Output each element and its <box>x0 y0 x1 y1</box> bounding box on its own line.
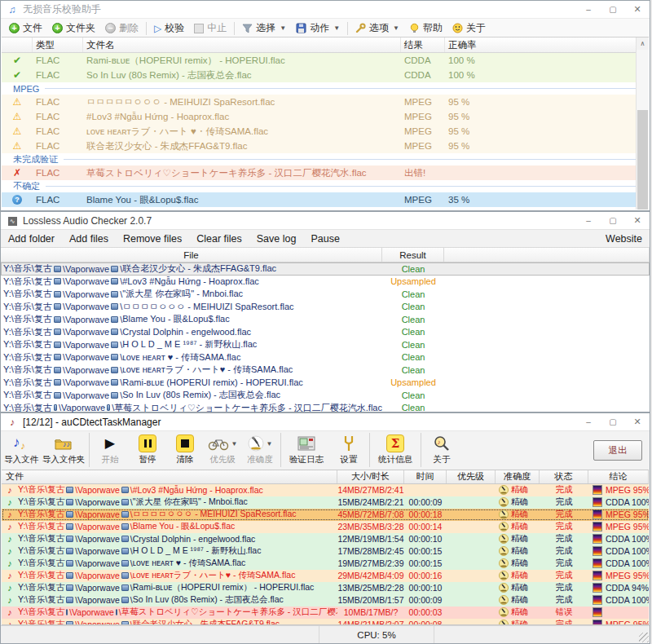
table-row[interactable]: ♪Y:\音乐\复古\Vaporwave\#Lov3 #Ngẫu Hứng - H… <box>2 484 649 496</box>
win3-titlebar[interactable]: ♪ [12/12] - auCDtectTaskManager –▢✕ <box>1 413 650 430</box>
help-button[interactable]: 帮助 <box>404 20 447 37</box>
start-button[interactable]: ▶开始 <box>91 433 129 465</box>
col-header[interactable]: 状态 <box>540 470 588 483</box>
table-row[interactable]: Y:\音乐\复古\Vaporwave\Crystal Dolphin - eng… <box>1 326 650 339</box>
table-row[interactable]: ✗FLAC草莓ストロベリィ♡ショートケーキ养乐多 - 汉口二厂樱花汽水.flac… <box>2 165 649 180</box>
table-row[interactable]: ♪Y:\音乐\复古\Vaporwave\草莓ストロベリィ♡ショートケーキ养乐多 … <box>2 607 649 619</box>
col-header[interactable]: 大小/时长 <box>337 470 404 483</box>
table-row[interactable]: ♪Y:\音乐\复古\Vaporwave\"派大星 你在家吗" - Mnboi.f… <box>2 496 649 509</box>
table-row[interactable]: ♪Y:\音乐\复古\Vaporwave\联合老汉少女心 - 朱成杰FFAG&T9… <box>2 619 649 625</box>
settings-button[interactable]: 设置 <box>330 433 368 465</box>
about-button[interactable]: ♪关于 <box>423 433 460 465</box>
col-header[interactable]: 优先级 <box>447 470 496 483</box>
statistics-button[interactable]: Σ统计信息 <box>372 433 419 465</box>
table-row[interactable]: ⚠FLAC#Lov3 #Ngẫu Hứng - Hoaprox.flacMPEG… <box>2 109 649 124</box>
menu-add-folder[interactable]: Add folder <box>1 230 62 247</box>
minimize-button[interactable]: – <box>576 212 601 229</box>
scroll-up-arrow-icon[interactable]: ∧ <box>637 37 649 50</box>
col-header[interactable]: 文件 <box>2 470 337 483</box>
scrollbar-thumb[interactable] <box>637 110 648 210</box>
maximize-button[interactable]: ▢ <box>601 413 625 430</box>
table-row[interactable]: ⚠FLACㅁㅁㅁㅁㅁㅇㅇㅇ - MEIHUIZI SpaResort.flacM… <box>2 95 649 109</box>
import-folder-button[interactable]: ♪♪导入文件夹 <box>40 433 87 465</box>
table-row[interactable]: Y:\音乐\复古\Vaporwave\Rami-ʙʟᴜᴇ (HOPERUI re… <box>1 377 650 390</box>
menu-clear-files[interactable]: Clear files <box>189 230 249 247</box>
col-header[interactable]: 类型 <box>33 37 83 52</box>
table-row[interactable]: Y:\音乐\复古\Vaporwave\ʟᴏᴠᴇ ʜᴇᴀʀᴛラブ・ハート♥ - 传… <box>1 364 650 377</box>
table-row[interactable]: ♪Y:\音乐\复古\Vaporwave\So In Luv (80s Remix… <box>2 594 649 607</box>
chevron-down-icon[interactable]: ▼ <box>231 440 238 448</box>
menu-website[interactable]: Website <box>598 230 650 247</box>
table-row[interactable]: Y:\音乐\复古\Vaporwave\"派大星 你在家吗" - Mnboi.fl… <box>1 288 650 301</box>
close-button[interactable]: ✕ <box>625 413 650 430</box>
select-button[interactable]: 选择▼ <box>237 20 291 37</box>
about-button[interactable]: 关于 <box>447 20 491 37</box>
col-header[interactable]: 文件名 <box>83 37 401 52</box>
col-header[interactable]: 结果 <box>401 37 445 52</box>
close-button[interactable]: ✕ <box>625 1 650 18</box>
abort-button[interactable]: 中止 <box>189 20 231 37</box>
table-row[interactable]: ♪Y:\音乐\复古\Vaporwave\ㅁㅁㅁㅁㅇㅇㅇ - MEIHUIZI S… <box>2 509 649 521</box>
delete-button[interactable]: –删除 <box>100 20 143 37</box>
win1-vertical-scrollbar[interactable]: ∧ <box>636 37 649 210</box>
clear-button[interactable]: 清除 <box>166 433 204 465</box>
menu-save-log[interactable]: Save log <box>249 230 304 247</box>
table-row[interactable]: ♪Y:\音乐\复古\Vaporwave\ʟᴏᴠᴇ ʜᴇᴀʀᴛラブ・ハート♥ - … <box>2 570 649 582</box>
import-files-button[interactable]: ♪♪导入文件 <box>2 433 40 465</box>
cell-conclusion: MPEG 95% <box>588 620 649 625</box>
add-folder-button[interactable]: +文件夹 <box>47 20 100 37</box>
maximize-button[interactable]: ▢ <box>601 212 625 229</box>
chevron-down-icon[interactable]: ▼ <box>267 440 273 448</box>
table-row[interactable]: ♪Y:\音乐\复古\Vaporwave\H O L D _ M E ¹⁹⁸⁷ -… <box>2 545 649 558</box>
verify-log-button[interactable]: 验证日志 <box>283 433 330 465</box>
folder-notes-icon: ♪♪ <box>54 435 73 452</box>
table-row[interactable]: Y:\音乐\复古\Vaporwave\联合老汉少女心 - 朱成杰FFAG&T9.… <box>1 262 650 276</box>
col-header-result[interactable]: Result <box>382 248 444 262</box>
table-row[interactable]: Y:\音乐\复古\Vaporwave\ʟᴏᴠᴇ ʜᴇᴀʀᴛ ♥ - 传琦SAMA… <box>1 351 650 364</box>
pause-button[interactable]: 暂停 <box>129 433 166 465</box>
col-header[interactable]: 时间 <box>404 470 447 483</box>
resize-grip[interactable] <box>639 633 649 642</box>
table-row[interactable]: ✔FLACRami-ʙʟᴜᴇ（HOPERUI remix） - HOPERUI.… <box>2 53 649 68</box>
add-file-button[interactable]: +文件 <box>4 20 47 37</box>
table-row[interactable]: Y:\音乐\复古\Vaporwave\#Lov3 #Ngẫu Hứng - Ho… <box>1 276 650 289</box>
cell-type: FLAC <box>33 195 83 205</box>
path-prefix: Y:\音乐\复古 <box>3 288 52 300</box>
close-button[interactable]: ✕ <box>625 212 650 229</box>
cell-conclusion: MPEG 95% <box>588 485 649 495</box>
table-row[interactable]: ⚠FLAC联合老汉少女心 - 朱成杰FFAG&T9.flacMPEG95 % <box>2 139 649 153</box>
table-row[interactable]: ♪Y:\音乐\复古\Vaporwave\Blame You - 眼&Lopu$.… <box>2 521 649 533</box>
win1-titlebar[interactable]: ♫ 无损音乐校验助手 –▢✕ <box>1 1 650 18</box>
toolbar-label: 清除 <box>177 454 194 465</box>
table-row[interactable]: ?FLACBlame You - 眼&Lopu$.flacMPEG35 % <box>2 192 649 207</box>
minimize-button[interactable]: – <box>576 413 601 430</box>
action-button[interactable]: 动作▼ <box>291 20 345 37</box>
verify-button[interactable]: ▷校验 <box>149 20 189 37</box>
menu-pause[interactable]: Pause <box>303 230 346 247</box>
accuracy-button[interactable]: ▼准确度 <box>241 433 279 465</box>
maximize-button[interactable]: ▢ <box>601 1 625 18</box>
table-row[interactable]: Y:\音乐\复古\Vaporwave\So In Luv (80s Remix)… <box>1 389 650 402</box>
table-row[interactable]: Y:\音乐\复古\Vaporwave\ㅁㅁㅁㅁㅇㅇㅇ - MEIHUIZI Sp… <box>1 301 650 314</box>
drive-icon <box>111 278 118 285</box>
table-row[interactable]: Y:\音乐\复古\Vaporwave\Blame You - 眼&Lopu$.f… <box>1 313 650 326</box>
table-row[interactable]: ♪Y:\音乐\复古\Vaporwave\Rami-ʙʟᴜᴇ（HOPERUI re… <box>2 582 649 594</box>
menu-add-files[interactable]: Add files <box>62 230 116 247</box>
accuracy-label: 精确 <box>511 545 528 557</box>
priority-button[interactable]: ▼优先级 <box>204 433 241 465</box>
table-row[interactable]: ⚠FLACʟᴏᴠᴇ ʜᴇᴀʀᴛラブ・ハート ♥・传琦SAMA.flacMPEG9… <box>2 124 649 139</box>
options-button[interactable]: 选项▼ <box>350 20 404 37</box>
col-header[interactable]: 正确率 <box>445 37 649 52</box>
table-row[interactable]: Y:\音乐\复古\Vaporwave\H O L D _ M E ¹⁹⁸⁷ - … <box>1 338 650 351</box>
path-prefix: \Vaporwave <box>63 315 109 324</box>
win2-titlebar[interactable]: ∿ Lossless Audio Checker 2.0.7 –▢✕ <box>1 212 650 229</box>
table-row[interactable]: ♪Y:\音乐\复古\Vaporwave\ʟᴏᴠᴇ ʜᴇᴀʀᴛ ♥ - 传琦SAM… <box>2 558 649 570</box>
col-header-file[interactable]: File <box>1 248 382 262</box>
menu-remove-files[interactable]: Remove files <box>116 230 189 247</box>
table-row[interactable]: ♪Y:\音乐\复古\Vaporwave\Crystal Dolphin - en… <box>2 533 649 545</box>
table-row[interactable]: ✔FLACSo In Luv (80s Remix) - 志国夜总会.flacC… <box>2 68 649 82</box>
col-header[interactable]: 准确度 <box>496 470 540 483</box>
exit-button[interactable]: 退出 <box>593 440 642 461</box>
minimize-button[interactable]: – <box>576 1 601 18</box>
col-header[interactable]: 结论 <box>588 470 649 483</box>
